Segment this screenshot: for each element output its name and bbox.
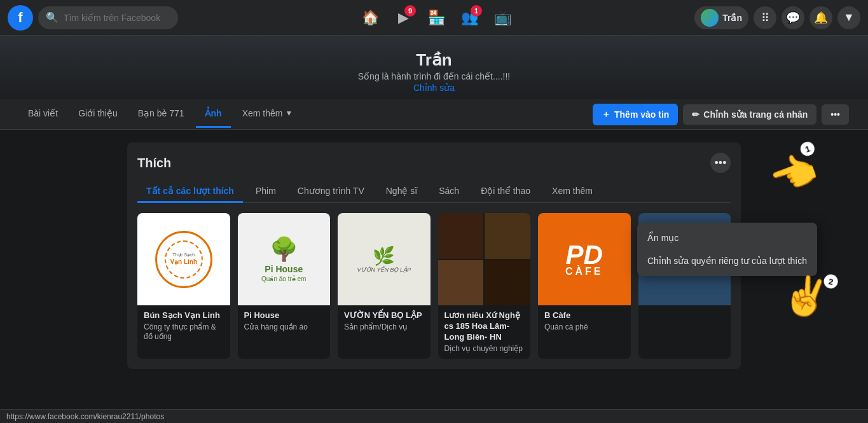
apps-icon: ⠿ [761, 11, 769, 25]
card-subtitle: Dịch vụ chuyên nghiệp [444, 344, 525, 354]
search-input[interactable] [64, 13, 172, 23]
top-navigation: f 🔍 🏠 ▶ 9 🏪 👥 1 📺 Trần ⠿ [0, 0, 868, 36]
screen-icon: 📺 [494, 10, 511, 26]
filter-xemthem[interactable]: Xem thêm [543, 181, 602, 203]
edit-profile-button[interactable]: ✏ Chỉnh sửa trang cá nhân [683, 104, 816, 125]
tab-baiviet[interactable]: Bài viết [19, 101, 67, 128]
bell-icon: 🔔 [814, 11, 828, 25]
likes-title: Thích [137, 156, 171, 170]
pi-house-sublabel: Quần áo trẻ em [261, 275, 306, 282]
food-cell-3 [438, 260, 484, 306]
card-subtitle: Cửa hàng quần áo [244, 322, 324, 333]
filter-doithethao[interactable]: Đội thể thao [472, 181, 539, 203]
food-cell-2 [485, 213, 530, 259]
list-item[interactable]: PD CÀFE B Càfe Quán cà phê [538, 213, 631, 359]
status-bar: https://www.facebook.com/kienrau2211/pho… [0, 409, 868, 423]
van-linh-inner: Thực Sạch Vạn Linh [165, 240, 203, 279]
home-icon: 🏠 [362, 10, 379, 26]
filter-phim[interactable]: Phim [247, 181, 285, 203]
card-info-6 [638, 305, 731, 317]
chevron-down-icon: ▼ [843, 11, 855, 24]
profile-tabs: Bài viết Giới thiệu Bạn bè 771 Ảnh Xem t… [0, 99, 868, 130]
card-info-5: B Càfe Quán cà phê [538, 305, 631, 337]
messenger-button[interactable]: 💬 [782, 6, 804, 29]
store-nav-button[interactable]: 🏪 [421, 3, 451, 33]
filter-nghesi[interactable]: Nghệ sĩ [377, 181, 426, 203]
store-icon: 🏪 [428, 10, 445, 26]
likes-more-button[interactable]: ••• [710, 153, 731, 173]
list-item[interactable]: 🌿 VƯỜN YẾN BỌ LẬP VƯỜN YẾN BỌ LẬP Sản ph… [338, 213, 431, 359]
nav-profile-name: Trần [722, 13, 742, 23]
profile-edit-link[interactable]: Chỉnh sửa [413, 83, 455, 93]
card-image-3: 🌿 VƯỜN YẾN BỌ LẬP [338, 213, 431, 305]
account-menu-button[interactable]: ▼ [837, 6, 860, 29]
tab-banbe[interactable]: Bạn bè 771 [129, 101, 193, 128]
list-item[interactable]: Thực Sạch Vạn Linh Bún Sạch Vạn Linh Côn… [137, 213, 230, 359]
tab-gioithieu[interactable]: Giới thiệu [69, 101, 127, 128]
add-to-story-button[interactable]: ＋ Thêm vào tin [593, 104, 678, 125]
filter-chuongtrinh[interactable]: Chương trình TV [289, 181, 373, 203]
likes-filter-tabs: Tất cả các lượt thích Phim Chương trình … [137, 181, 731, 203]
card-subtitle: Quán cà phê [544, 322, 624, 333]
nav-profile-button[interactable]: Trần [694, 6, 748, 29]
screen-nav-button[interactable]: 📺 [487, 3, 518, 33]
card-image-5: PD CÀFE [538, 213, 631, 305]
card-name: Bún Sạch Vạn Linh [144, 310, 224, 321]
card-info-3: VƯỜN YẾN BỌ LẬP Sản phẩm/Dịch vụ [338, 305, 431, 337]
filter-all[interactable]: Tất cả các lượt thích [137, 181, 243, 203]
tree-icon: 🌳 [270, 236, 298, 263]
plus-icon: ＋ [602, 109, 610, 120]
nav-center-icons: 🏠 ▶ 9 🏪 👥 1 📺 [178, 3, 694, 33]
food-cell-1 [438, 213, 484, 259]
more-options-button[interactable]: ••• [822, 104, 849, 125]
card-subtitle: Sản phẩm/Dịch vụ [344, 322, 424, 333]
ellipsis-icon: ••• [830, 109, 840, 120]
video-badge: 9 [404, 5, 416, 17]
dropdown-item-hide[interactable]: Ẩn mục [637, 226, 817, 249]
tab-xemthem[interactable]: Xem thêm ▼ [233, 101, 302, 128]
chevron-down-icon: ▼ [285, 109, 293, 118]
van-linh-logo: Thực Sạch Vạn Linh [155, 231, 212, 288]
food-cell-4 [485, 260, 530, 306]
b-cafe-pd-icon: PD [566, 242, 603, 268]
vuon-yen-image: 🌿 VƯỜN YẾN BỌ LẬP [351, 239, 417, 279]
tab-actions: ＋ Thêm vào tin ✏ Chỉnh sửa trang cá nhân… [593, 104, 849, 125]
filter-sach[interactable]: Sách [430, 181, 468, 203]
likes-header: Thích ••• [137, 153, 731, 173]
search-icon: 🔍 [46, 11, 59, 24]
status-url: https://www.facebook.com/kienrau2211/pho… [6, 412, 164, 421]
card-image-2: 🌳 Pi House Quần áo trẻ em [238, 213, 331, 305]
card-name: Lươn niêu Xứ Nghệ cs 185 Hoa Lâm- Long B… [444, 310, 525, 343]
card-subtitle: Công ty thực phẩm & đồ uống [144, 322, 224, 342]
list-item[interactable]: Lươn niêu Xứ Nghệ cs 185 Hoa Lâm- Long B… [438, 213, 531, 359]
search-bar[interactable]: 🔍 [38, 6, 178, 29]
tab-anh[interactable]: Ảnh [196, 101, 231, 128]
cover-area: Trần Sống là hành trình đi đến cái chết.… [0, 36, 868, 99]
facebook-logo[interactable]: f [8, 5, 33, 31]
card-image-4 [438, 213, 531, 305]
dropdown-item-privacy[interactable]: Chỉnh sửa quyền riêng tư của lượt thích [637, 249, 817, 272]
list-item[interactable]: 🌳 Pi House Quần áo trẻ em Pi House Cửa h… [238, 213, 331, 359]
friends-nav-button[interactable]: 👥 1 [454, 3, 485, 33]
friends-badge: 1 [471, 5, 482, 17]
ellipsis-icon: ••• [715, 156, 727, 170]
card-name: VƯỜN YẾN BỌ LẬP [344, 310, 424, 321]
card-info-4: Lươn niêu Xứ Nghệ cs 185 Hoa Lâm- Long B… [438, 305, 531, 359]
dropdown-menu: Ẩn mục Chỉnh sửa quyền riêng tư của lượt… [637, 223, 817, 276]
card-name: B Càfe [544, 310, 624, 321]
hand-pointer-2: ✌ 2 [778, 270, 833, 322]
notifications-button[interactable]: 🔔 [809, 6, 832, 29]
nav-right: Trần ⠿ 💬 🔔 ▼ [694, 6, 860, 29]
pencil-icon: ✏ [692, 109, 699, 120]
card-name: Pi House [244, 310, 324, 321]
b-cafe-text-label: CÀFE [565, 266, 603, 277]
pi-house-label: Pi House [265, 264, 303, 274]
profile-name: Trần [416, 50, 451, 70]
home-nav-button[interactable]: 🏠 [355, 3, 385, 33]
profile-section: Trần Sống là hành trình đi đến cái chết.… [0, 36, 868, 130]
card-info-2: Pi House Cửa hàng quần áo [238, 305, 331, 337]
card-image-1: Thực Sạch Vạn Linh [137, 213, 230, 305]
apps-button[interactable]: ⠿ [754, 6, 776, 29]
video-nav-button[interactable]: ▶ 9 [388, 3, 418, 33]
avatar [701, 9, 719, 27]
